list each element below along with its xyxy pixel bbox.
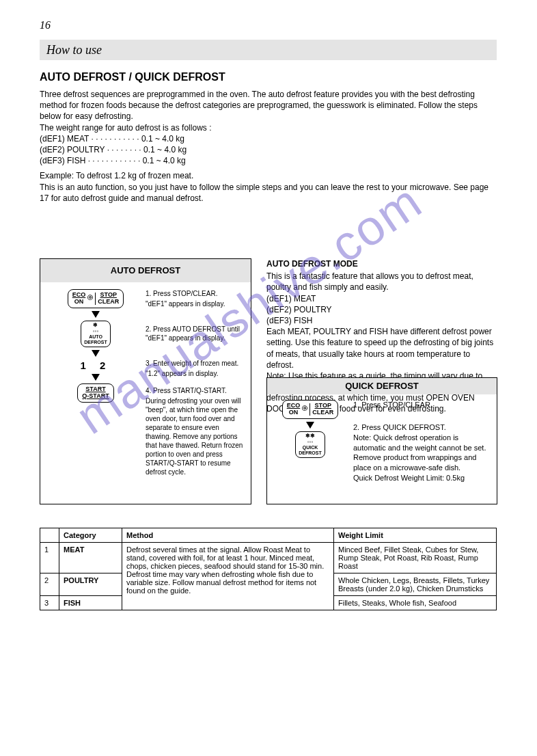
- step-extra: "1.2" appears in display.: [146, 369, 244, 378]
- eco-stop-clear-button: ECOON ⓔ STOPCLEAR: [68, 289, 124, 308]
- start-qstart-button: START Q-START: [77, 383, 113, 403]
- col-header: Method: [122, 528, 334, 543]
- cell-num: 1: [40, 543, 59, 573]
- defrost-guide-table: Category Method Weight Limit 1 MEAT Defr…: [40, 528, 497, 610]
- cell-num: 2: [40, 573, 59, 596]
- arrow-down-icon: [92, 311, 100, 318]
- text-line: (dEF2) POULTRY: [266, 304, 497, 315]
- step-text: 2. Press QUICK DEFROST.: [353, 422, 491, 433]
- arrow-down-icon: [92, 350, 100, 357]
- cell-category: POULTRY: [59, 573, 122, 596]
- stop-clear-label: STOPCLEAR: [312, 403, 333, 416]
- eco-icon: ⓔ: [302, 406, 307, 412]
- table-row: 1 MEAT Defrost several times at the sign…: [40, 543, 497, 573]
- step-text: 2. Press AUTO DEFROST until "dEF1" appea…: [146, 325, 244, 342]
- page-number: 16: [40, 19, 51, 31]
- panel-title: QUICK DEFROST: [267, 378, 497, 394]
- intro-line: The weight range for auto defrost is as …: [40, 122, 497, 133]
- auto-defrost-panel: AUTO DEFROST ECOON ⓔ STOPCLEAR ❄︎◦◦◦AUTO…: [40, 258, 251, 504]
- arrow-down-icon: [306, 422, 314, 429]
- limit-text: Quick Defrost Weight Limit: 0.5kg: [353, 473, 491, 483]
- cell-method: Defrost several times at the signal. All…: [122, 543, 334, 610]
- panel-title: AUTO DEFROST: [40, 259, 251, 282]
- eco-stop-clear-button: ECOON ⓔ STOPCLEAR: [282, 400, 339, 419]
- arrow-down-icon: [92, 374, 100, 381]
- intro-line: (dEF1) MEAT · · · · · · · · · · · 0.1 ~ …: [40, 133, 497, 144]
- start-label: START: [85, 386, 105, 392]
- step-text: 1. Press STOP/CLEAR.: [353, 400, 491, 410]
- text-line: Each MEAT, POULTRY and FISH have differe…: [266, 326, 497, 370]
- step-text: 3. Enter weight of frozen meat.: [146, 359, 244, 368]
- intro-line: Example: To defrost 1.2 kg of frozen mea…: [40, 170, 497, 181]
- cell-num: 3: [40, 596, 59, 610]
- cell-category: MEAT: [59, 543, 122, 573]
- defrost-icon: ❄︎◦◦◦: [93, 322, 99, 334]
- qstart-label: Q-START: [82, 392, 109, 399]
- snowflake-icon: ❄︎❄︎◦◦◦: [305, 433, 315, 445]
- note-text: Note: Quick defrost operation is automat…: [353, 433, 491, 473]
- intro-line: (dEF3) FISH · · · · · · · · · · · · 0.1 …: [40, 155, 497, 166]
- cell-limit: Fillets, Steaks, Whole fish, Seafood: [334, 596, 497, 610]
- eco-on-label: ECOON: [72, 292, 86, 306]
- col-header: Weight Limit: [334, 528, 497, 543]
- intro-line: Three defrost sequences are preprogramme…: [40, 89, 497, 122]
- auto-defrost-button: ❄︎◦◦◦AUTODEFROST: [81, 321, 110, 347]
- text-line: (dEF1) MEAT: [266, 293, 497, 304]
- text-line: (dEF3) FISH: [266, 315, 497, 326]
- intro-line: This is an auto function, so you just ha…: [40, 182, 497, 204]
- eco-on-label: ECOON: [287, 403, 301, 416]
- text-line: This is a fantastic feature that allows …: [266, 271, 497, 293]
- col-header: [40, 528, 59, 543]
- header-bar: How to use: [40, 40, 497, 60]
- intro-line: (dEF2) POULTRY · · · · · · · · 0.1 ~ 4.0…: [40, 144, 497, 155]
- step-extra: During defrosting your oven will "beep",…: [146, 396, 244, 476]
- col-header: Category: [59, 528, 122, 543]
- stop-clear-label: STOPCLEAR: [98, 292, 119, 306]
- cell-limit: Minced Beef, Fillet Steak, Cubes for Ste…: [334, 543, 497, 573]
- quick-defrost-panel: QUICK DEFROST ECOON ⓔ STOPCLEAR ❄︎❄︎◦◦◦Q…: [266, 377, 497, 504]
- eco-icon: ⓔ: [87, 295, 93, 301]
- quick-defrost-button: ❄︎❄︎◦◦◦QUICKDEFROST: [295, 431, 325, 458]
- cell-limit: Whole Chicken, Legs, Breasts, Fillets, T…: [334, 573, 497, 596]
- step-text: 1. Press STOP/CLEAR.: [146, 289, 244, 298]
- subheading: AUTO DEFROST MODE: [266, 258, 497, 269]
- step-text: 4. Press START/Q-START.: [146, 386, 244, 395]
- intro-text: Three defrost sequences are preprogramme…: [40, 89, 497, 204]
- numeric-entry: 1 2: [81, 360, 111, 371]
- cell-category: FISH: [59, 596, 122, 610]
- step-extra: "dEF1" appears in display.: [146, 299, 244, 308]
- section-title: AUTO DEFROST / QUICK DEFROST: [40, 71, 225, 83]
